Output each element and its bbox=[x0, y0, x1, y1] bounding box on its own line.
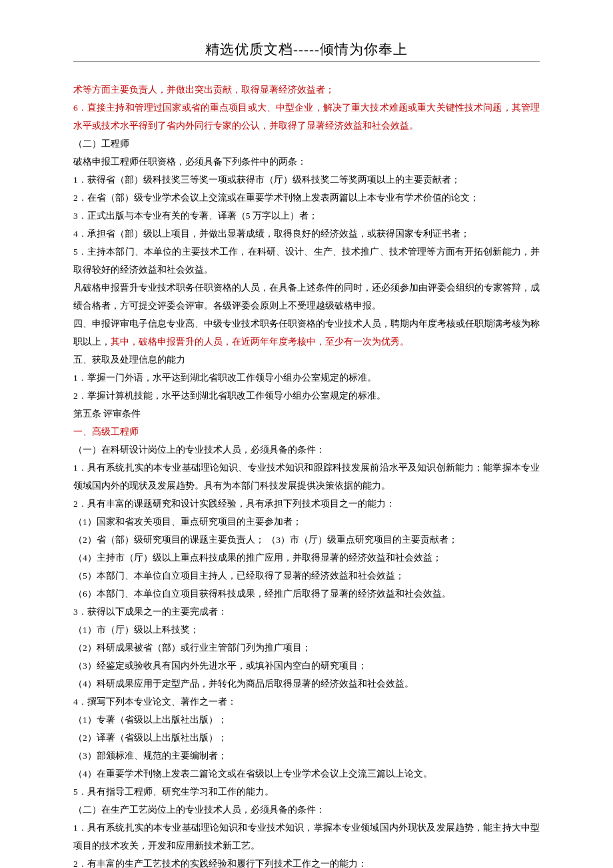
text-line: 五、获取及处理信息的能力 bbox=[73, 351, 540, 369]
text-line: 4．承担省（部）级以上项目，并做出显著成绩，取得良好的经济效益，或获得国家专利证… bbox=[73, 225, 540, 243]
text-line: 一、高级工程师 bbox=[73, 423, 540, 441]
text-line: 四、申报评审电子信息专业高、中级专业技术职务任职资格的专业技术人员，聘期内年度考… bbox=[73, 315, 540, 351]
text-line: 第五条 评审条件 bbox=[73, 405, 540, 423]
text-line: 1．具有系统扎实的本专业基础理论知识和专业技术知识，掌握本专业领域国内外现状及发… bbox=[73, 819, 540, 855]
text-line: 6．直接主持和管理过国家或省的重点项目或大、中型企业，解决了重大技术难题或重大关… bbox=[73, 99, 540, 135]
text-line: （4）科研成果应用于定型产品，并转化为商品后取得显著的经济效益和社会效益。 bbox=[73, 675, 540, 693]
text-line: （1）专著（省级以上出版社出版）； bbox=[73, 711, 540, 729]
text-line: 2．有丰富的生产工艺技术的实践经验和履行下列技术工作之一的能力： bbox=[73, 855, 540, 868]
text-line: 1．掌握一门外语，水平达到湖北省职改工作领导小组办公室规定的标准。 bbox=[73, 369, 540, 387]
text-line: 2．掌握计算机技能，水平达到湖北省职改工作领导小组办公室规定的标准。 bbox=[73, 387, 540, 405]
text-line: （3）经鉴定或验收具有国内外先进水平，或填补国内空白的研究项目； bbox=[73, 657, 540, 675]
text-line: 1．具有系统扎实的本专业基础理论知识、专业技术知识和跟踪科技发展前沿水平及知识创… bbox=[73, 459, 540, 495]
text-line: （一）在科研设计岗位上的专业技术人员，必须具备的条件： bbox=[73, 441, 540, 459]
text-line: （4）在重要学术刊物上发表二篇论文或在省级以上专业学术会议上交流三篇以上论文。 bbox=[73, 765, 540, 783]
text-line: 2．在省（部）级专业学术会议上交流或在重要学术刊物上发表两篇以上本专业有学术价值… bbox=[73, 189, 540, 207]
text-line: 2．具有丰富的课题研究和设计实践经验，具有承担下列技术项目之一的能力： bbox=[73, 495, 540, 513]
text-line: 5．具有指导工程师、研究生学习和工作的能力。 bbox=[73, 783, 540, 801]
text-span-red: 其中，破格申报晋升的人员，在近两年年度考核中，至少有一次为优秀。 bbox=[111, 337, 409, 347]
text-line: 3．正式出版与本专业有关的专著、译著（5 万字以上）者； bbox=[73, 207, 540, 225]
header-rule bbox=[73, 61, 540, 62]
text-line: （2）省（部）级研究项目的课题主要负责人； （3）市（厅）级重点研究项目的主要贡… bbox=[73, 531, 540, 549]
text-line: （二）在生产工艺岗位上的专业技术人员，必须具备的条件： bbox=[73, 801, 540, 819]
text-line: （1）市（厅）级以上科技奖； bbox=[73, 621, 540, 639]
text-line: （二）工程师 bbox=[73, 135, 540, 153]
text-line: 术等方面主要负责人，并做出突出贡献，取得显著经济效益者； bbox=[73, 81, 540, 99]
text-line: 4．撰写下列本专业论文、著作之一者： bbox=[73, 693, 540, 711]
text-line: （4）主持市（厅）级以上重点科技成果的推广应用，并取得显著的经济效益和社会效益； bbox=[73, 549, 540, 567]
text-line: 凡破格申报晋升专业技术职务任职资格的人员，在具备上述条件的同时，还必须参加由评委… bbox=[73, 279, 540, 315]
document-content: 术等方面主要负责人，并做出突出贡献，取得显著经济效益者；6．直接主持和管理过国家… bbox=[73, 81, 540, 868]
text-line: 1．获得省（部）级科技奖三等奖一项或获得市（厅）级科技奖二等奖两项以上的主要贡献… bbox=[73, 171, 540, 189]
text-line: 5．主持本部门、本单位的主要技术工作，在科研、设计、生产、技术推广、技术管理等方… bbox=[73, 243, 540, 279]
text-line: （1）国家和省攻关项目、重点研究项目的主要参加者； bbox=[73, 513, 540, 531]
text-line: （3）部颁标准、规范的主要编制者； bbox=[73, 747, 540, 765]
text-line: （2）科研成果被省（部）或行业主管部门列为推广项目； bbox=[73, 639, 540, 657]
text-line: （6）本部门、本单位自立项目获得科技成果，经推广后取得了显著的经济效益和社会效益… bbox=[73, 585, 540, 603]
text-line: 破格申报工程师任职资格，必须具备下列条件中的两条： bbox=[73, 153, 540, 171]
text-line: 3．获得以下成果之一的主要完成者： bbox=[73, 603, 540, 621]
text-line: （2）译著（省级以上出版社出版）； bbox=[73, 729, 540, 747]
document-page: 精选优质文档-----倾情为你奉上 术等方面主要负责人，并做出突出贡献，取得显著… bbox=[0, 0, 613, 868]
page-header: 精选优质文档-----倾情为你奉上 bbox=[73, 40, 540, 59]
text-line: （5）本部门、本单位自立项目主持人，已经取得了显著的经济效益和社会效益； bbox=[73, 567, 540, 585]
